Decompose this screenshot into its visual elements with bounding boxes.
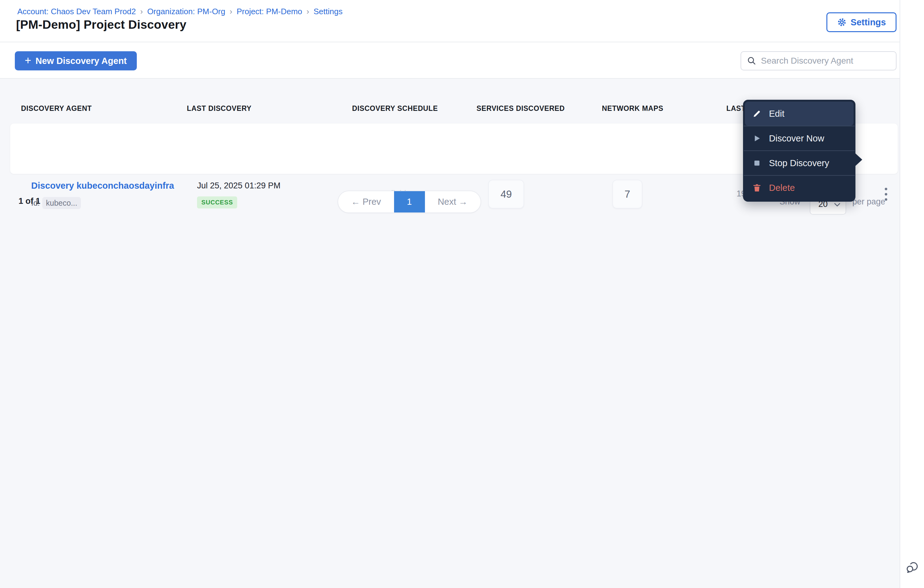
kebab-icon bbox=[885, 188, 887, 190]
chat-bubbles-icon bbox=[905, 570, 920, 575]
menu-item-discover-now[interactable]: Discover Now bbox=[745, 126, 854, 150]
discovery-agent-name-link[interactable]: Discovery kubeconchaosdayinfra bbox=[31, 181, 174, 191]
menu-item-discover-now-label: Discover Now bbox=[769, 134, 824, 144]
pencil-icon bbox=[752, 109, 762, 118]
stop-icon bbox=[752, 159, 762, 168]
settings-button[interactable]: Settings bbox=[827, 12, 896, 32]
breadcrumb-separator: › bbox=[307, 7, 309, 17]
row-actions-context-menu: Edit Discover Now Stop Discovery Delete bbox=[743, 100, 855, 202]
toolbar: + New Discovery Agent bbox=[0, 42, 899, 79]
column-header-discovery-agent: DISCOVERY AGENT bbox=[21, 104, 92, 113]
support-chat-button[interactable] bbox=[905, 560, 920, 575]
breadcrumb: Account: Chaos Dev Team Prod2 › Organiza… bbox=[17, 7, 343, 17]
new-discovery-agent-button[interactable]: + New Discovery Agent bbox=[15, 51, 137, 70]
menu-item-stop-discovery[interactable]: Stop Discovery bbox=[745, 151, 854, 175]
menu-item-stop-discovery-label: Stop Discovery bbox=[769, 158, 829, 168]
per-page-label: per page bbox=[852, 197, 885, 206]
plus-icon: + bbox=[25, 55, 31, 66]
menu-item-edit-label: Edit bbox=[769, 109, 784, 119]
breadcrumb-settings-link[interactable]: Settings bbox=[314, 7, 343, 17]
right-scroll-rail bbox=[899, 0, 924, 588]
settings-button-label: Settings bbox=[850, 17, 886, 28]
gear-icon bbox=[837, 17, 847, 27]
next-page-button[interactable]: Next → bbox=[425, 197, 481, 207]
menu-item-delete[interactable]: Delete bbox=[745, 176, 854, 200]
search-box bbox=[741, 51, 896, 70]
services-discovered-count: 49 bbox=[488, 180, 524, 208]
prev-page-button[interactable]: ← Prev bbox=[338, 197, 394, 207]
network-maps-count: 7 bbox=[612, 180, 642, 208]
menu-item-delete-label: Delete bbox=[769, 183, 795, 193]
column-header-discovery-schedule: DISCOVERY SCHEDULE bbox=[352, 104, 438, 113]
breadcrumb-project-link[interactable]: Project: PM-Demo bbox=[236, 7, 302, 17]
search-input[interactable] bbox=[761, 56, 890, 66]
breadcrumb-separator: › bbox=[140, 7, 143, 17]
trash-icon bbox=[752, 183, 762, 192]
menu-item-edit[interactable]: Edit bbox=[745, 102, 854, 126]
page-1-button[interactable]: 1 bbox=[394, 190, 425, 213]
last-discovery-date: Jul 25, 2025 01:29 PM bbox=[197, 181, 280, 190]
right-arrow-icon: → bbox=[459, 197, 467, 206]
context-menu-caret bbox=[855, 153, 862, 167]
column-header-network-maps: NETWORK MAPS bbox=[602, 104, 663, 113]
breadcrumb-separator: › bbox=[230, 7, 233, 17]
breadcrumb-organization-link[interactable]: Organization: PM-Org bbox=[147, 7, 226, 17]
breadcrumb-account-link[interactable]: Account: Chaos Dev Team Prod2 bbox=[17, 7, 136, 17]
page-header: Account: Chaos Dev Team Prod2 › Organiza… bbox=[0, 0, 899, 42]
column-header-services-discovered: SERVICES DISCOVERED bbox=[477, 104, 565, 113]
agent-id-value: kubeco... bbox=[42, 197, 81, 209]
left-arrow-icon: ← bbox=[351, 197, 360, 206]
page-title: [PM-Demo] Project Discovery bbox=[16, 18, 186, 31]
project-discovery-page: Account: Chaos Dev Team Prod2 › Organiza… bbox=[0, 0, 924, 588]
search-icon bbox=[747, 56, 757, 66]
column-header-last-discovery: LAST DISCOVERY bbox=[187, 104, 251, 113]
new-discovery-agent-label: New Discovery Agent bbox=[36, 56, 127, 66]
page-count: 1 of 1 bbox=[18, 197, 40, 206]
pagination: ← Prev 1 Next → bbox=[338, 190, 481, 213]
status-badge: SUCCESS bbox=[197, 197, 237, 208]
play-icon bbox=[752, 134, 762, 143]
